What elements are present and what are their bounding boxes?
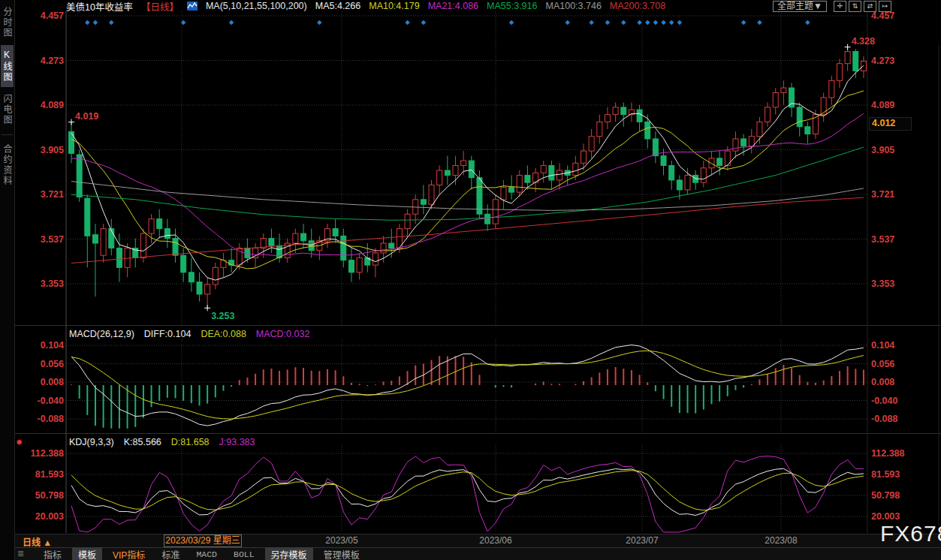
event-dot — [229, 20, 234, 26]
candle-body — [645, 122, 650, 139]
macd-diff-line — [71, 345, 864, 426]
event-dot — [637, 20, 642, 26]
axis-tick-label: 3.905 — [41, 145, 64, 155]
macd-dea-line — [71, 351, 864, 419]
ma-line-ma10 — [71, 91, 864, 269]
candle-body — [164, 229, 170, 239]
event-dot — [589, 20, 594, 26]
candle-body — [372, 253, 378, 265]
candle-body — [381, 243, 386, 253]
x-axis-label: 2023/06 — [479, 535, 511, 546]
crosshair-icon[interactable]: ✛ — [834, 1, 846, 12]
candle-body — [773, 93, 778, 107]
candle-body — [453, 166, 458, 176]
kdj-d-line — [71, 471, 864, 510]
price-annotation: 3.253 — [211, 311, 234, 321]
axis-tick-label: 0.104 — [41, 340, 64, 351]
candle-body — [573, 163, 578, 175]
axis-tick-label: 4.457 — [41, 11, 64, 21]
candle-body — [421, 200, 426, 204]
sidebar-item-contract-info[interactable]: 合约资料 — [1, 140, 14, 191]
macd-dea-value: DEA:0.088 — [201, 329, 246, 339]
axis-tick-label: 4.089 — [871, 100, 894, 110]
candle-body — [69, 131, 74, 153]
event-dot — [677, 20, 683, 26]
x-axis-row: 日线 ▲ 2023/03/29 星期三 2023/05 2023/06 2023… — [15, 534, 941, 548]
ma10-value: MA10:4.179 — [369, 1, 419, 11]
candle-body — [613, 107, 618, 115]
axis-tick-label: 112.388 — [31, 448, 65, 459]
top-controls: 全部主题▼ ✛ ⇅ ⇄ ↦ — [773, 1, 891, 12]
candle-body — [621, 107, 626, 115]
candle-body — [493, 200, 498, 224]
sidebar-item-time-chart[interactable]: 分时图 — [1, 2, 14, 43]
sidebar-item-lightning-chart[interactable]: 闪电图 — [1, 89, 14, 130]
candle-body — [189, 272, 194, 282]
tab-save-template[interactable]: 另存模板 — [265, 547, 313, 560]
bottom-tabs: 指标 模板 VIP指标 标准 MACD BOLL 另存模板 管理模板 — [15, 547, 941, 560]
axis-tick-label: 81.593 — [35, 469, 64, 480]
candle-body — [485, 214, 490, 224]
menu-grip-icon[interactable]: ≣ — [17, 549, 24, 558]
tab-standard[interactable]: 标准 — [155, 547, 185, 560]
candle-body — [829, 80, 834, 98]
indicator-icon[interactable] — [187, 2, 198, 11]
candle-body — [348, 260, 354, 272]
axis-tick-label: 3.537 — [871, 234, 894, 245]
axis-tick-label: 3.905 — [871, 145, 894, 155]
candle-body — [597, 122, 602, 136]
event-dot — [405, 20, 410, 26]
theme-selector-button[interactable]: 全部主题▼ — [773, 1, 827, 12]
pan-right-icon[interactable]: ↦ — [879, 1, 891, 12]
ma5-value: MA5:4.266 — [315, 1, 360, 11]
axis-tick-label: 4.273 — [41, 56, 64, 66]
x-axis-label: 2023/08 — [765, 535, 797, 546]
macd-label: MACD(26,12,9) — [69, 329, 134, 339]
axis-tick-label: 0.056 — [871, 359, 894, 369]
tab-templates[interactable]: 模板 — [72, 547, 102, 560]
candle-body — [125, 248, 130, 267]
candle-body — [685, 175, 690, 189]
macd-diff-value: DIFF:0.104 — [144, 329, 192, 339]
tab-vip-indicators[interactable]: VIP指标 — [107, 547, 151, 560]
sidebar-divider — [2, 134, 13, 135]
ma-params-label: MA(5,10,21,55,100,200) — [206, 1, 307, 11]
tab-boll[interactable]: BOLL — [228, 549, 261, 560]
date-box[interactable]: 2023/03/29 星期三 — [164, 534, 242, 547]
fit-vertical-icon[interactable]: ⇅ — [849, 1, 861, 12]
event-dot — [93, 20, 98, 26]
fit-horizontal-icon[interactable]: ⇄ — [864, 1, 876, 12]
x-axis-label: 2023/05 — [325, 535, 357, 546]
x-axis-label: 2023/07 — [626, 535, 658, 546]
price-annotation: 4.019 — [75, 111, 98, 122]
candle-body — [181, 255, 186, 272]
axis-tick-label: 112.388 — [871, 448, 905, 459]
kdj-j-value: J:93.383 — [219, 437, 255, 447]
candle-body — [837, 64, 842, 81]
candle-body — [589, 137, 594, 151]
tab-macd[interactable]: MACD — [190, 549, 223, 560]
tab-manage-templates[interactable]: 管理模板 — [318, 547, 366, 560]
axis-tick-label: -0.088 — [871, 414, 897, 424]
candle-body — [237, 248, 242, 265]
candle-body — [389, 243, 394, 248]
tab-indicators[interactable]: 指标 — [38, 547, 68, 560]
kdj-pane-header: KDJ(9,3,3) K:85.566 D:81.658 J:93.383 — [69, 437, 255, 447]
axis-tick-label: -0.088 — [38, 414, 64, 424]
candle-body — [109, 229, 114, 248]
sidebar-item-kline-chart[interactable]: K线图 — [1, 45, 14, 87]
event-dot — [653, 20, 659, 26]
event-dot — [85, 20, 90, 26]
axis-tick-label: 0.008 — [41, 377, 64, 387]
left-sidebar: 分时图 K线图 闪电图 合约资料 — [0, 0, 15, 560]
chart-canvas: 4.4574.4574.2734.2734.0894.0893.9053.905… — [0, 0, 941, 560]
alarm-icon[interactable]: ✹ — [16, 438, 23, 447]
event-dot — [669, 20, 674, 26]
candle-body — [581, 151, 586, 163]
candle-body — [709, 158, 714, 168]
kdj-k-value: K:85.566 — [124, 437, 161, 447]
axis-tick-label: 50.798 — [871, 490, 900, 501]
candle-body — [805, 127, 810, 134]
period-selector[interactable]: 日线 ▲ — [23, 535, 52, 548]
candle-body — [405, 214, 410, 228]
